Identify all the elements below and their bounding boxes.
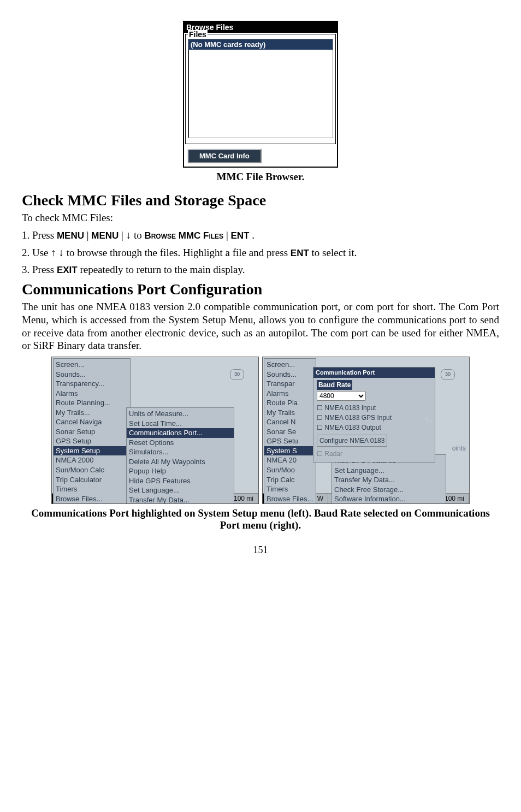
- submenu-item[interactable]: Delete All My Waypoints: [129, 457, 232, 467]
- heading-check-mmc: Check MMC Files and Storage Space: [22, 192, 499, 209]
- right-main-menu[interactable]: Screen... Sounds... Transpar Alarms Rout…: [264, 358, 316, 504]
- menu-item[interactable]: Trip Calc: [267, 475, 313, 485]
- menu-item[interactable]: Cancel Naviga: [56, 417, 128, 427]
- submenu-item[interactable]: Hide GPS Features: [129, 476, 232, 486]
- baud-rate-label: Baud Rate: [317, 380, 352, 390]
- menu-item[interactable]: Sounds...: [56, 370, 128, 380]
- left-main-menu[interactable]: Screen... Sounds... Transparency... Alar…: [53, 358, 131, 504]
- figure-browse-files: Browse Files Files (No MMC cards ready) …: [22, 21, 499, 168]
- submenu-item[interactable]: Check Free Storage...: [334, 485, 443, 495]
- step-2: 2. Use ↑ ↓ to browse through the files. …: [22, 246, 499, 259]
- comm-dialog-title: Communication Port: [313, 368, 435, 378]
- figure-comm-menus: 30 Screen... Sounds... Transparency... A…: [22, 357, 499, 504]
- menu-item[interactable]: Cancel N: [267, 417, 313, 427]
- menu-item[interactable]: Timers: [267, 484, 313, 494]
- menu-item[interactable]: Sonar Se: [267, 427, 313, 437]
- menu-item[interactable]: Route Pla: [267, 398, 313, 408]
- step1-to: to: [134, 229, 145, 241]
- menu-item[interactable]: Transpar: [267, 379, 313, 389]
- files-group-label: Files: [188, 30, 208, 39]
- menu-item[interactable]: Screen...: [267, 360, 313, 370]
- left-satellite-icon: 30: [230, 369, 244, 380]
- bg-points-text: oints: [452, 444, 466, 452]
- step3-b: repeatedly to return to the main display…: [80, 264, 245, 275]
- files-list-selected[interactable]: (No MMC cards ready): [188, 39, 333, 50]
- step2-b: to browse through the files. Highlight a…: [67, 247, 291, 258]
- comm-body: The unit has one NMEA 0183 version 2.0 c…: [22, 300, 499, 352]
- comm-caption: Communications Port highlighted on Syste…: [22, 507, 499, 531]
- menu-item[interactable]: Timers: [56, 484, 128, 494]
- menu-item[interactable]: My Trails...: [56, 408, 128, 418]
- step1-pipe2: |: [121, 229, 126, 241]
- step1-pipe1: |: [87, 229, 92, 241]
- menu-item[interactable]: NMEA 2000: [56, 455, 128, 465]
- browse-caption: MMC File Browser.: [22, 171, 499, 183]
- menu-item-selected[interactable]: System Setup: [54, 446, 130, 456]
- submenu-item[interactable]: Transfer My Data...: [129, 495, 232, 504]
- menu-item[interactable]: Trip Calculator: [56, 475, 128, 485]
- radar-checkbox[interactable]: Radar: [317, 449, 431, 459]
- menu-item[interactable]: Sun/Moo: [267, 465, 313, 475]
- menu-item[interactable]: My Trails: [267, 408, 313, 418]
- browse-buttonbar: MMC Card Info: [184, 145, 337, 167]
- submenu-item[interactable]: Units of Measure...: [129, 409, 232, 419]
- left-device-window: 30 Screen... Sounds... Transparency... A…: [51, 357, 259, 504]
- step2-c: to select it.: [312, 247, 357, 258]
- step-1: 1. Press MENU | MENU | ↓ to Browse MMC F…: [22, 229, 499, 242]
- submenu-item[interactable]: Simulators...: [129, 447, 232, 457]
- left-sub-menu[interactable]: Units of Measure... Set Local Time... Co…: [126, 407, 234, 504]
- submenu-item[interactable]: Set Local Time...: [129, 419, 232, 429]
- step2-ent: ENT: [291, 248, 309, 258]
- menu-item[interactable]: Transparency...: [56, 379, 128, 389]
- configure-nmea-button[interactable]: Configure NMEA 0183: [317, 435, 387, 447]
- step2-a: 2. Use: [22, 247, 49, 258]
- nmea-output-checkbox[interactable]: NMEA 0183 Output: [317, 423, 431, 432]
- menu-item[interactable]: Browse Files...: [56, 494, 128, 504]
- nmea-input-checkbox[interactable]: NMEA 0183 Input: [317, 403, 431, 413]
- step3-a: 3. Press: [22, 264, 57, 275]
- submenu-item[interactable]: Popup Help: [129, 466, 232, 476]
- menu-item[interactable]: Browse Files...: [267, 494, 313, 504]
- submenu-item[interactable]: Reset Options: [129, 438, 232, 448]
- menu-item[interactable]: Sun/Moon Calc: [56, 465, 128, 475]
- check-intro: To check MMC Files:: [22, 211, 499, 224]
- down-arrow-icon: ↓: [126, 229, 132, 241]
- step1-browse: Browse MMC Files: [144, 230, 223, 241]
- step1-menu2: MENU: [91, 230, 119, 241]
- menu-item[interactable]: Screen...: [56, 360, 128, 370]
- browse-window: Browse Files Files (No MMC cards ready) …: [183, 21, 338, 168]
- rt-text: t...: [426, 414, 433, 424]
- right-device-window: 30 oints Screen... Sounds... Transpar Al…: [262, 357, 470, 504]
- menu-item[interactable]: Sonar Setup: [56, 427, 128, 437]
- step-3: 3. Press EXIT repeatedly to return to th…: [22, 263, 499, 276]
- submenu-item[interactable]: Set Language...: [129, 485, 232, 495]
- step1-end: .: [252, 229, 254, 241]
- submenu-item[interactable]: Transfer My Data...: [334, 475, 443, 485]
- menu-item[interactable]: Route Planning...: [56, 398, 128, 408]
- submenu-item[interactable]: Set Language...: [334, 466, 443, 476]
- mmc-card-info-button[interactable]: MMC Card Info: [187, 149, 262, 163]
- communication-port-dialog[interactable]: Communication Port Baud Rate 4800 NMEA 0…: [313, 367, 435, 463]
- heading-comm-port: Communications Port Configuration: [22, 281, 499, 298]
- files-list[interactable]: (No MMC cards ready): [188, 39, 333, 138]
- menu-item[interactable]: GPS Setu: [267, 436, 313, 446]
- step1-menu1: MENU: [57, 230, 84, 241]
- submenu-item[interactable]: Software Information...: [334, 494, 443, 504]
- submenu-item-selected[interactable]: Communications Port...: [127, 428, 234, 438]
- menu-item[interactable]: Alarms: [267, 389, 313, 399]
- right-satellite-icon: 30: [441, 369, 455, 380]
- page-number: 151: [22, 544, 499, 556]
- menu-item-selected[interactable]: System S: [264, 446, 316, 456]
- menu-item[interactable]: GPS Setup: [56, 436, 128, 446]
- baud-rate-select[interactable]: 4800: [317, 391, 366, 401]
- step1-ent: ENT: [230, 230, 249, 241]
- menu-item[interactable]: NMEA 20: [267, 455, 313, 465]
- files-groupbox: Files (No MMC cards ready): [185, 34, 336, 144]
- step1-a: 1. Press: [22, 229, 57, 241]
- step3-exit: EXIT: [57, 265, 78, 275]
- menu-item[interactable]: Alarms: [56, 389, 128, 399]
- nmea-gps-input-checkbox[interactable]: NMEA 0183 GPS Input: [317, 413, 431, 423]
- menu-item[interactable]: Sounds...: [267, 370, 313, 380]
- updown-arrow-icon: ↑ ↓: [51, 247, 64, 258]
